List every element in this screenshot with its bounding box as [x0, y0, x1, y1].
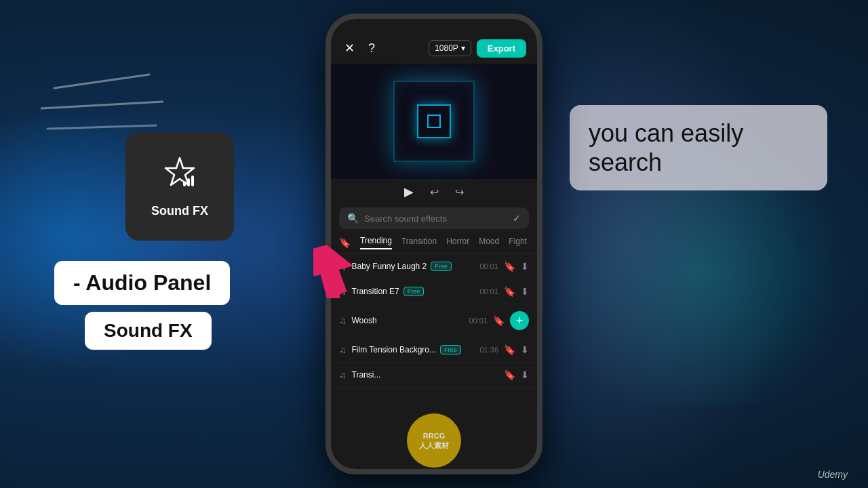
- play-button[interactable]: ▶: [404, 184, 414, 199]
- audio-panel-label-box: - Audio Panel: [54, 261, 230, 305]
- sound-name: Woosh: [352, 316, 464, 325]
- sound-title: Transition E7: [352, 287, 399, 296]
- sound-item: ♫ Film Tension Backgro... Free 01:36 🔖 ⬇: [331, 338, 537, 363]
- search-bar: 🔍 ✓: [339, 207, 529, 229]
- download-button[interactable]: ⬇: [521, 369, 529, 380]
- sound-name: Transi...: [352, 370, 494, 380]
- svg-line-1: [41, 102, 163, 108]
- sound-fx-label-box: Sound FX: [85, 312, 212, 350]
- redo-button[interactable]: ↪: [455, 186, 464, 199]
- sound-actions: 🔖 ⬇: [504, 344, 529, 355]
- music-note-icon: ♫: [339, 315, 347, 326]
- resolution-selector[interactable]: 1080P ▾: [429, 40, 471, 56]
- timeline-controls: ▶ ↩ ↪: [331, 179, 537, 205]
- udemy-watermark: Udemy: [818, 469, 848, 480]
- sound-name: Baby Funny Laugh 2 Free: [352, 262, 475, 271]
- bookmark-button[interactable]: 🔖: [504, 369, 515, 380]
- add-sound-button[interactable]: +: [510, 311, 529, 330]
- sound-item: ♫ Transition E7 Free 00:01 🔖 ⬇: [331, 279, 537, 304]
- sound-actions: 🔖 +: [493, 311, 529, 330]
- search-input[interactable]: [364, 214, 507, 224]
- glow-outer: [393, 81, 475, 162]
- svg-rect-3: [183, 181, 186, 186]
- audio-panel-text: - Audio Panel: [73, 270, 211, 295]
- free-badge: Free: [431, 262, 452, 271]
- video-preview: [331, 64, 537, 179]
- tab-horror[interactable]: Horror: [446, 237, 469, 249]
- sound-name: Transition E7 Free: [352, 287, 475, 296]
- bookmark-button[interactable]: 🔖: [504, 261, 515, 272]
- download-button[interactable]: ⬇: [521, 286, 529, 297]
- sound-item: ♫ Transi... 🔖 ⬇: [331, 363, 537, 388]
- close-button[interactable]: ✕: [342, 38, 357, 58]
- export-button[interactable]: Export: [477, 39, 526, 58]
- help-button[interactable]: ?: [366, 39, 378, 58]
- download-button[interactable]: ⬇: [521, 261, 529, 272]
- phone-notch: [400, 19, 468, 35]
- undo-button[interactable]: ↩: [430, 186, 439, 199]
- sound-title: Transi...: [352, 370, 381, 380]
- music-note-icon: ♫: [339, 344, 347, 355]
- tab-mood[interactable]: Mood: [479, 237, 499, 249]
- sound-duration: 00:01: [469, 317, 488, 325]
- phone-screen: ✕ ? 1080P ▾ Export ▶ ↩: [331, 19, 537, 469]
- search-icon: 🔍: [347, 213, 359, 224]
- svg-rect-4: [187, 178, 190, 186]
- tab-trending[interactable]: Trending: [360, 236, 392, 249]
- music-note-icon: ♫: [339, 369, 347, 380]
- search-tip-bubble: you can easily search: [570, 105, 827, 190]
- bookmark-button[interactable]: 🔖: [504, 286, 515, 297]
- sound-actions: 🔖 ⬇: [504, 286, 529, 297]
- resolution-arrow-icon: ▾: [461, 43, 465, 53]
- svg-line-0: [54, 75, 149, 88]
- top-bar-left: ✕ ?: [342, 38, 378, 58]
- rrcg-text: RRCG 人人素材: [419, 431, 449, 451]
- tab-fight[interactable]: Fight: [509, 237, 527, 249]
- sound-item: ♫ Baby Funny Laugh 2 Free 00:01 🔖 ⬇: [331, 254, 537, 279]
- red-arrow-indicator: [313, 244, 354, 298]
- svg-line-2: [47, 125, 156, 129]
- sound-name: Film Tension Backgro... Free: [352, 345, 475, 354]
- tab-transition[interactable]: Transition: [401, 237, 437, 249]
- category-tabs: 🔖 Trending Transition Horror Mood Fight: [331, 232, 537, 254]
- left-decoration: [41, 68, 176, 138]
- sound-actions: 🔖 ⬇: [504, 369, 529, 380]
- sound-duration: 01:36: [479, 346, 498, 354]
- sound-fx-label-text: Sound FX: [104, 320, 193, 341]
- bookmark-button[interactable]: 🔖: [493, 315, 505, 326]
- sound-actions: 🔖 ⬇: [504, 261, 529, 272]
- rrcg-watermark: RRCG 人人素材: [407, 413, 461, 468]
- phone-frame: ✕ ? 1080P ▾ Export ▶ ↩: [326, 14, 542, 474]
- sound-fx-card-title: Sound FX: [151, 204, 208, 218]
- sound-title: Woosh: [352, 316, 377, 325]
- sound-title: Baby Funny Laugh 2: [352, 262, 427, 271]
- sound-duration: 00:01: [479, 287, 498, 296]
- search-tip-text: you can easily search: [589, 119, 743, 176]
- sound-duration: 00:01: [479, 262, 498, 270]
- check-icon: ✓: [513, 213, 521, 224]
- bookmark-button[interactable]: 🔖: [504, 344, 515, 355]
- svg-rect-5: [191, 176, 194, 186]
- download-button[interactable]: ⬇: [521, 344, 529, 355]
- sound-fx-card: Sound FX: [125, 132, 234, 241]
- resolution-label: 1080P: [435, 43, 458, 53]
- sound-item: ♫ Woosh 00:01 🔖 +: [331, 304, 537, 338]
- free-badge: Free: [403, 287, 425, 296]
- video-glow-box: [407, 94, 461, 148]
- sound-title: Film Tension Backgro...: [352, 345, 437, 354]
- free-badge: Free: [440, 345, 461, 354]
